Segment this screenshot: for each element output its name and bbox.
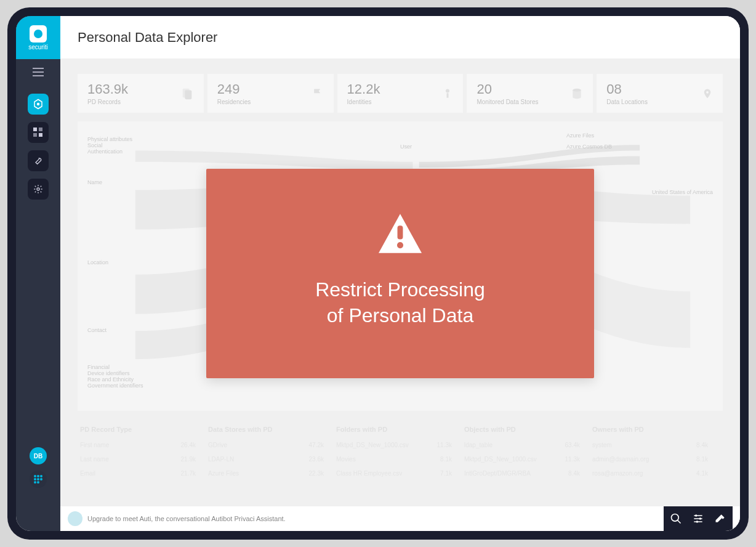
cell: Mktpd_DS_New_1000.csv xyxy=(336,442,409,448)
svg-point-22 xyxy=(699,517,701,519)
svg-point-8 xyxy=(40,475,42,477)
svg-point-7 xyxy=(37,475,39,477)
cell: IntlGroDept/DMGR/RBA xyxy=(464,470,531,477)
svg-point-21 xyxy=(695,514,697,516)
sidebar-bottom: DB xyxy=(30,447,47,488)
table-row[interactable]: Email21.7k Azure Files22.3k Class HR Emp… xyxy=(78,466,723,480)
stat-card-pd-records[interactable]: 163.9k PD Records xyxy=(78,74,204,113)
cell-value: 8.4k xyxy=(568,470,592,477)
wrench-icon xyxy=(33,156,43,166)
svg-point-9 xyxy=(34,478,36,480)
svg-point-6 xyxy=(34,475,36,477)
stat-card-identities[interactable]: 12.2k Identities xyxy=(337,74,464,113)
cell-value: 4.1k xyxy=(696,470,720,477)
svg-rect-17 xyxy=(447,93,449,98)
svg-point-13 xyxy=(37,481,39,484)
svg-rect-4 xyxy=(39,133,42,137)
menu-icon xyxy=(33,68,44,76)
sankey-label: Location xyxy=(87,259,143,265)
cell: Mktpd_DS_New_1000.csv xyxy=(464,456,537,463)
stat-card-residencies[interactable]: 249 Residencies xyxy=(207,74,334,113)
hexagon-icon xyxy=(33,99,44,110)
brand-name: securiti xyxy=(28,44,48,51)
table-row[interactable]: First name26.4k GDrive47.2k Mktpd_DS_New… xyxy=(78,438,723,452)
cell-value: 21.7k xyxy=(181,470,208,477)
stat-card-locations[interactable]: 08 Data Locations xyxy=(597,74,723,113)
sankey-label: Financial xyxy=(87,364,143,370)
svg-rect-2 xyxy=(39,128,42,131)
filter-button[interactable] xyxy=(692,513,704,525)
stat-card-datastores[interactable]: 20 Monitored Data Stores xyxy=(467,74,593,113)
cell-value: 8.1k xyxy=(696,456,720,463)
col-header: Folders with PD xyxy=(336,426,464,433)
stat-label: Residencies xyxy=(217,99,251,105)
flag-icon xyxy=(312,87,324,100)
sankey-label: Physical attributes xyxy=(87,136,143,142)
user-avatar[interactable]: DB xyxy=(30,447,47,464)
cell: Movies xyxy=(336,456,356,463)
stat-value: 08 xyxy=(606,81,648,97)
restrict-processing-modal[interactable]: Restrict Processing of Personal Data xyxy=(206,169,594,378)
cell: Email xyxy=(80,470,95,477)
stat-cards-row: 163.9k PD Records 249 Residencies xyxy=(78,74,723,113)
apps-button[interactable] xyxy=(30,471,47,488)
col-header: Data Stores with PD xyxy=(208,426,336,433)
chat-icon[interactable] xyxy=(68,511,82,526)
sankey-mid-label: User xyxy=(400,144,412,150)
svg-point-20 xyxy=(672,514,679,522)
svg-point-5 xyxy=(37,188,39,190)
nav-item-tools[interactable] xyxy=(28,150,49,171)
modal-title: Restrict Processing of Personal Data xyxy=(315,277,485,328)
cell: GDrive xyxy=(208,442,227,448)
search-button[interactable] xyxy=(670,513,682,525)
sankey-label: Race and Ethnicity xyxy=(87,376,143,383)
cell-value: 26.4k xyxy=(181,442,208,448)
col-header: PD Record Type xyxy=(80,426,208,433)
nav-item-explorer[interactable] xyxy=(28,94,49,115)
svg-rect-15 xyxy=(185,90,191,99)
grid-icon xyxy=(33,128,43,137)
nav-item-settings[interactable] xyxy=(28,179,49,200)
build-button[interactable] xyxy=(714,513,726,525)
hamburger-menu-button[interactable] xyxy=(16,59,60,85)
cell-value: 23.6k xyxy=(309,456,336,463)
cell-value: 11.3k xyxy=(565,456,592,463)
nav-item-dashboard[interactable] xyxy=(28,122,49,143)
sidebar: securiti DB xyxy=(16,16,60,531)
cell: Azure Files xyxy=(208,470,239,477)
table-row[interactable]: Last name21.9k LDAP-LN23.6k Movies8.1k M… xyxy=(78,452,723,466)
location-icon xyxy=(702,87,713,100)
cell-value: 8.1k xyxy=(440,456,464,463)
brand-logo[interactable]: securiti xyxy=(16,16,60,59)
files-icon xyxy=(180,87,194,100)
sidebar-nav xyxy=(28,94,49,200)
svg-point-11 xyxy=(40,478,42,480)
sliders-icon xyxy=(692,513,704,525)
cell: system xyxy=(592,442,612,448)
sankey-label: Government identifiers xyxy=(87,383,143,389)
cell-value: 21.9k xyxy=(181,456,208,463)
svg-point-23 xyxy=(696,521,698,522)
sankey-label: Name xyxy=(87,179,143,185)
stat-label: Identities xyxy=(347,99,380,105)
stat-label: Monitored Data Stores xyxy=(477,99,538,105)
cell-value: 47.2k xyxy=(309,442,336,448)
stat-label: Data Locations xyxy=(606,99,648,105)
cell-value: 7.1k xyxy=(440,470,464,477)
stat-value: 20 xyxy=(477,81,538,97)
footer-tools xyxy=(664,506,733,531)
search-icon xyxy=(670,513,682,525)
svg-point-25 xyxy=(397,242,403,248)
cell: admin@dsamain.org xyxy=(592,456,649,463)
sankey-label: Azure Cosmos DB xyxy=(566,144,612,150)
sankey-label: Authentication xyxy=(87,148,143,155)
col-header: Objects with PD xyxy=(464,426,592,433)
screen: securiti DB xyxy=(16,16,740,531)
data-table: PD Record Type Data Stores with PD Folde… xyxy=(78,421,723,480)
gear-icon xyxy=(33,184,43,194)
sankey-label: Contact xyxy=(87,327,143,333)
sankey-right-labels: Azure Files Azure Cosmos DB xyxy=(566,132,612,150)
stat-value: 249 xyxy=(217,81,251,97)
svg-point-0 xyxy=(37,103,40,106)
stat-label: PD Records xyxy=(87,99,128,105)
